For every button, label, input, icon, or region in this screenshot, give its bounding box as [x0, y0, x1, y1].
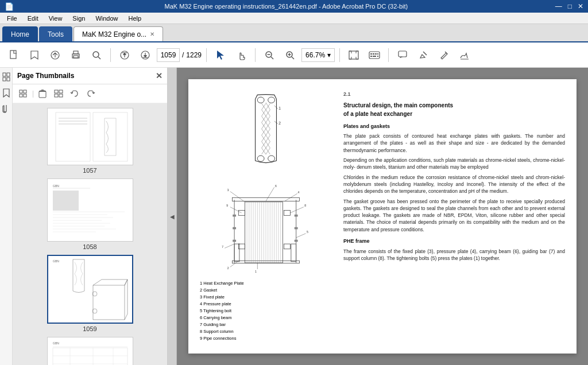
svg-point-6: [93, 52, 99, 57]
svg-rect-35: [3, 77, 6, 81]
select-tool-button[interactable]: [211, 46, 230, 64]
menu-window[interactable]: Window: [91, 14, 122, 23]
menu-help[interactable]: Help: [124, 14, 146, 23]
menu-sign[interactable]: Sign: [68, 14, 90, 23]
svg-point-88: [268, 156, 275, 161]
tab-tools[interactable]: Tools: [39, 26, 72, 41]
signature-button[interactable]: [455, 46, 474, 64]
fit-page-button[interactable]: [345, 46, 363, 64]
maximize-button[interactable]: □: [568, 2, 572, 10]
attachments-icon[interactable]: [1, 103, 12, 115]
legend-item-1: 1 Heat Exchange Plate: [200, 280, 244, 287]
sidebar-collapse-button[interactable]: ◀: [168, 68, 177, 365]
zoom-in-button[interactable]: [281, 46, 299, 64]
page-separator: /: [182, 51, 184, 59]
svg-marker-1: [31, 51, 38, 59]
tab-close-icon[interactable]: ✕: [150, 31, 154, 37]
svg-rect-124: [295, 215, 298, 217]
svg-rect-50: [59, 94, 63, 97]
sidebar-close-icon[interactable]: ✕: [156, 71, 163, 80]
bookmark-button[interactable]: [25, 46, 44, 64]
close-button[interactable]: ✕: [578, 2, 583, 10]
svg-marker-37: [3, 89, 9, 97]
svg-rect-23: [373, 53, 374, 55]
zoom-dropdown-icon: ▾: [327, 51, 331, 59]
page-number-input[interactable]: [157, 48, 180, 62]
menubar: File Edit View Sign Window Help: [0, 13, 588, 24]
thumbnail-view-button[interactable]: [16, 87, 31, 100]
page-up-button[interactable]: [115, 46, 134, 64]
svg-rect-36: [7, 77, 10, 81]
thumbnail-1060[interactable]: GBN 1060: [47, 337, 133, 365]
svg-text:1: 1: [255, 270, 257, 273]
sidebar: Page Thumbnails ✕ |: [13, 68, 168, 365]
expand-thumbnail-button[interactable]: [51, 87, 66, 100]
svg-rect-29: [399, 51, 407, 57]
tab-doc[interactable]: MaK M32 Engine o... ✕: [74, 26, 163, 41]
separator-5: [388, 48, 389, 62]
page-total: 1229: [186, 51, 202, 59]
svg-text:9: 9: [226, 204, 228, 207]
svg-rect-34: [7, 73, 10, 76]
svg-rect-4: [74, 51, 78, 54]
legend-item-5: 5 Tightening bolt: [200, 308, 244, 314]
tab-home-label: Home: [11, 30, 29, 38]
plate-drawing: 1 2: [208, 91, 323, 171]
tab-home[interactable]: Home: [2, 26, 38, 41]
menu-edit[interactable]: Edit: [23, 14, 43, 23]
thumbnail-1057[interactable]: 1057: [47, 108, 133, 174]
menu-file[interactable]: File: [2, 14, 22, 23]
sidebar-title: Page Thumbnails: [17, 72, 74, 80]
print-button[interactable]: [67, 46, 85, 64]
highlight-button[interactable]: [414, 46, 432, 64]
svg-rect-27: [373, 56, 376, 57]
menu-view[interactable]: View: [44, 14, 67, 23]
thumbnail-label-1059: 1059: [83, 325, 96, 332]
svg-rect-118: [284, 244, 290, 249]
separator-1: [110, 48, 111, 62]
thumbnail-1058[interactable]: GBN 1058: [47, 178, 133, 250]
comment-button[interactable]: [393, 46, 412, 64]
thumbnail-label-1058: 1058: [83, 243, 96, 250]
bookmarks-icon[interactable]: [1, 87, 12, 99]
left-icon-strip: [0, 68, 13, 365]
zoom-button[interactable]: [87, 46, 106, 64]
page-thumbnails-icon[interactable]: [1, 71, 12, 83]
hand-tool-button[interactable]: [232, 46, 250, 64]
page-text-content: 2.1 Structural design, the main componen…: [343, 91, 565, 342]
redo-button[interactable]: [83, 87, 98, 100]
svg-line-17: [292, 57, 294, 59]
zoom-out-button[interactable]: [260, 46, 278, 64]
minimize-button[interactable]: —: [555, 2, 562, 10]
thumbnail-1059[interactable]: GBN 1059: [47, 255, 133, 332]
svg-point-86: [268, 97, 275, 103]
delete-thumbnail-button[interactable]: [35, 87, 50, 100]
svg-text:2: 2: [278, 121, 281, 125]
svg-text:6: 6: [275, 184, 277, 188]
titlebar-icon: 📄: [5, 2, 14, 11]
svg-text:2: 2: [227, 266, 229, 270]
legend-item-8: 8 Support column: [200, 328, 244, 335]
svg-rect-22: [370, 53, 372, 55]
svg-rect-33: [3, 73, 6, 76]
svg-rect-26: [370, 56, 372, 57]
keyboard-button[interactable]: [365, 46, 384, 64]
new-button[interactable]: [5, 46, 23, 64]
draw-button[interactable]: [435, 46, 453, 64]
svg-rect-69: [50, 257, 130, 323]
share-button[interactable]: [46, 46, 64, 64]
zoom-level-display[interactable]: 66.7% ▾: [301, 48, 335, 62]
undo-button[interactable]: [67, 87, 82, 100]
page-down-button[interactable]: [136, 46, 154, 64]
svg-line-139: [225, 244, 234, 248]
separator-3: [255, 48, 256, 62]
svg-rect-121: [233, 215, 236, 217]
svg-line-127: [285, 194, 297, 201]
svg-point-87: [257, 156, 264, 161]
pdf-page: 1 2: [188, 79, 577, 354]
page-navigation: / 1229: [157, 48, 202, 62]
svg-rect-125: [295, 227, 298, 230]
titlebar-controls[interactable]: — □ ✕: [555, 2, 583, 10]
svg-line-137: [296, 234, 306, 238]
svg-text:3: 3: [227, 188, 229, 192]
